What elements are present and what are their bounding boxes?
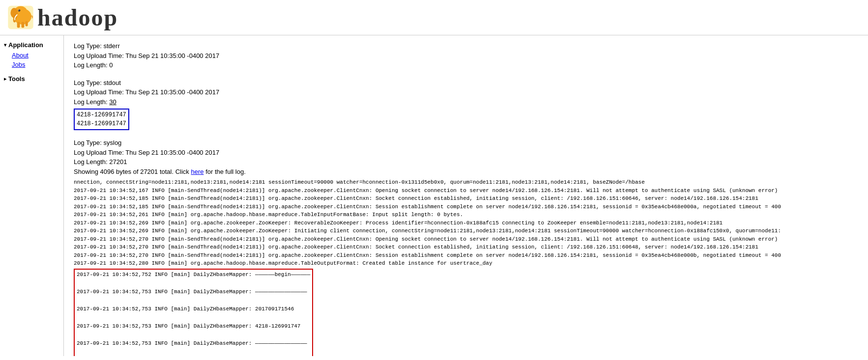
syslog-entries: nnection, connectString=node11:2181,node… [74,178,858,356]
log-entry-0: nnection, connectString=node11:2181,node… [74,178,858,187]
log-entry-14: 2017-09-21 10:34:52,753 INFO [main] Dail… [77,322,310,331]
syslog-length-label: Log Length: [74,158,108,166]
application-links: About Jobs [0,51,63,69]
for-full-log-text: for the full log. [205,168,246,175]
syslog-type-label: Log Type: [74,139,102,146]
stdout-log-type-label: Log Type: [74,79,102,86]
syslog-type-value: syslog [104,139,122,146]
syslog-length-value: 27201 [109,158,127,166]
stdout-log-type: Log Type: stdout [74,78,858,88]
log-entry-15: 2017-09-21 10:34:52,753 INFO [main] Dail… [77,339,310,348]
svg-rect-7 [21,22,24,28]
hadoop-title-text: hadoop [37,4,118,31]
svg-rect-6 [17,22,20,28]
tools-section: ▸ Tools [0,73,63,84]
stdout-blue-box: 4218-126991747 4218-126991747 [74,109,129,130]
stdout-length-value: 30 [109,98,116,106]
stdout-upload-value: Thu Sep 21 10:35:00 -0400 2017 [125,88,219,96]
svg-point-4 [18,9,20,11]
about-link[interactable]: About [8,51,63,60]
tools-section-header[interactable]: ▸ Tools [0,73,63,84]
svg-point-5 [19,10,19,10]
application-section-header[interactable]: ▾ Application [0,39,63,51]
stderr-section: Log Type: stderr Log Upload Time: Thu Se… [74,41,858,70]
syslog-upload-label: Log Upload Time: [74,149,124,156]
log-entry-6: 2017-09-21 10:34:52,269 INFO [main] org.… [74,227,858,235]
syslog-section: Log Type: syslog Log Upload Time: Thu Se… [74,138,858,356]
tools-label: Tools [8,75,25,83]
syslog-log-length: Log Length: 27201 [74,157,858,167]
log-entry-3: 2017-09-21 10:34:52,185 INFO [main-SendT… [74,203,858,211]
header: hadoop [0,0,868,35]
hadoop-elephant-icon [6,4,35,31]
stderr-log-type-value: stderr [104,42,120,50]
log-entry-5: 2017-09-21 10:34:52,269 INFO [main] org.… [74,219,858,227]
syslog-showing-text: Showing 4096 bytes of 27201 total. Click… [74,167,858,177]
arrow-right-icon: ▸ [4,76,6,82]
stdout-log-length: Log Length: 30 [74,97,858,107]
stderr-upload-time: Log Upload Time: Thu Sep 21 10:35:00 -04… [74,51,858,61]
hadoop-logo: hadoop [6,4,862,31]
log-entry-1: 2017-09-21 10:34:52,167 INFO [main-SendT… [74,187,858,195]
main-content: Log Type: stderr Log Upload Time: Thu Se… [64,35,868,356]
log-entry-4: 2017-09-21 10:34:52,261 INFO [main] org.… [74,211,858,219]
stderr-log-type-label: Log Type: [74,42,102,50]
log-entry-13: 2017-09-21 10:34:52,753 INFO [main] Dail… [77,305,310,314]
log-entry-12: 2017-09-21 10:34:52,753 INFO [main] Dail… [77,288,310,297]
stderr-log-type: Log Type: stderr [74,41,858,51]
stderr-length-value: 0 [109,61,113,69]
log-entry-7: 2017-09-21 10:34:52,270 INFO [main-SendT… [74,235,858,244]
syslog-upload-value: Thu Sep 21 10:35:00 -0400 2017 [125,149,219,156]
stderr-length-label: Log Length: [74,61,108,69]
log-entry-9: 2017-09-21 10:34:52,270 INFO [main-SendT… [74,251,858,260]
jobs-link[interactable]: Jobs [8,60,63,69]
log-entry-11: 2017-09-21 10:34:52,752 INFO [main] Dail… [77,271,310,279]
main-layout: ▾ Application About Jobs ▸ Tools Log Typ… [0,35,868,356]
stdout-line-2: 4218-126991747 [77,120,126,127]
log-entry-10: 2017-09-21 10:34:52,280 INFO [main] org.… [74,259,858,268]
stdout-line-1: 4218-126991747 [77,111,126,118]
stderr-upload-label: Log Upload Time: [74,52,124,59]
syslog-log-type: Log Type: syslog [74,138,858,148]
stdout-upload-label: Log Upload Time: [74,88,124,96]
svg-rect-8 [26,21,28,26]
showing-bytes-text: Showing 4096 bytes of 27201 total. Click [74,168,189,175]
syslog-upload-time: Log Upload Time: Thu Sep 21 10:35:00 -04… [74,148,858,158]
stderr-log-length: Log Length: 0 [74,60,858,70]
stdout-section: Log Type: stdout Log Upload Time: Thu Se… [74,78,858,131]
stderr-upload-value: Thu Sep 21 10:35:00 -0400 2017 [125,52,219,59]
arrow-down-icon: ▾ [4,42,6,48]
syslog-red-box: 2017-09-21 10:34:52,752 INFO [main] Dail… [74,269,313,357]
application-label: Application [8,41,43,49]
stdout-log-type-value: stdout [104,79,121,86]
log-entry-8: 2017-09-21 10:34:52,270 INFO [main-SendT… [74,243,858,251]
stdout-length-label: Log Length: [74,98,109,106]
sidebar: ▾ Application About Jobs ▸ Tools [0,35,64,356]
here-link[interactable]: here [191,168,204,175]
log-entry-2: 2017-09-21 10:34:52,185 INFO [main-SendT… [74,194,858,203]
stdout-upload-time: Log Upload Time: Thu Sep 21 10:35:00 -04… [74,87,858,97]
